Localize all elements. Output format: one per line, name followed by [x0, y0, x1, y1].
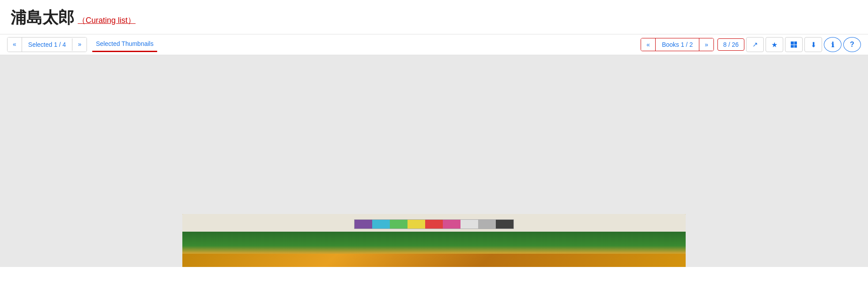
image-preview	[182, 214, 686, 267]
books-next-button[interactable]: »	[699, 38, 713, 51]
favorite-button[interactable]: ★	[766, 37, 783, 52]
toolbar-left: « Selected 1 / 4 » Selected Thumbnails	[7, 37, 157, 52]
external-link-icon: ↗	[752, 41, 758, 49]
books-counter-label: Books 1 / 2	[656, 38, 699, 51]
page-count-display: 8 / 26	[717, 38, 744, 51]
download-button[interactable]: ⬇	[804, 37, 822, 52]
content-area	[0, 55, 868, 267]
selected-nav-group: « Selected 1 / 4 »	[7, 37, 87, 52]
page-title-kanji: 浦島太郎	[11, 7, 74, 29]
external-link-button[interactable]: ↗	[746, 37, 764, 52]
table-icon	[791, 41, 797, 48]
color-swatch	[478, 220, 496, 229]
selected-counter-label: Selected 1 / 4	[22, 38, 73, 51]
color-swatch	[496, 220, 513, 229]
color-swatch	[408, 220, 425, 229]
color-swatch	[372, 220, 390, 229]
selected-prev-button[interactable]: «	[8, 38, 22, 52]
books-nav-group: « Books 1 / 2 »	[641, 38, 714, 51]
selected-thumbnails-tab[interactable]: Selected Thumbnails	[92, 38, 157, 52]
color-swatch	[390, 220, 408, 229]
help-button[interactable]: ?	[843, 37, 861, 52]
color-calibration-bar	[354, 219, 514, 229]
painting-preview	[182, 232, 686, 267]
table-view-button[interactable]	[785, 37, 803, 52]
toolbar: « Selected 1 / 4 » Selected Thumbnails «…	[0, 34, 868, 55]
color-swatch	[425, 220, 443, 229]
star-icon: ★	[771, 41, 777, 49]
color-swatch	[460, 220, 478, 229]
selected-next-button[interactable]: »	[72, 38, 87, 52]
download-icon: ⬇	[811, 41, 816, 49]
toolbar-right: « Books 1 / 2 » 8 / 26 ↗ ★ ⬇ ℹ	[641, 37, 861, 52]
help-icon: ?	[850, 41, 854, 49]
color-swatch	[355, 220, 372, 229]
page-header: 浦島太郎 （Curating list）	[0, 0, 868, 34]
info-icon: ℹ	[831, 41, 834, 49]
info-button[interactable]: ℹ	[824, 37, 842, 52]
color-bar-row	[182, 214, 686, 232]
curating-list-link[interactable]: （Curating list）	[78, 15, 136, 26]
color-swatch	[443, 220, 460, 229]
books-prev-button[interactable]: «	[641, 38, 656, 51]
